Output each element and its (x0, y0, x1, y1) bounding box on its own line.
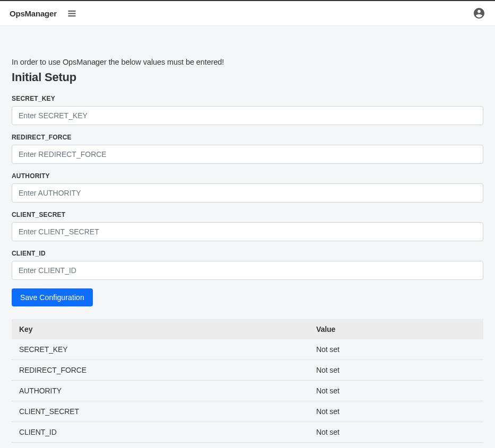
cell-value: Not set (309, 401, 483, 422)
cell-key: REDIRECT_FORCE (12, 360, 309, 381)
field-redirect-force: REDIRECT_FORCE (12, 134, 483, 164)
table-row: SECRET_KEY Not set (12, 339, 483, 360)
field-secret-key: SECRET_KEY (12, 95, 483, 125)
label-client-id: CLIENT_ID (12, 250, 483, 257)
svg-rect-0 (68, 10, 75, 11)
input-client-secret[interactable] (12, 222, 483, 241)
spacer (0, 26, 495, 58)
cell-key: SECRET_KEY (12, 339, 309, 360)
header-value: Value (309, 319, 483, 339)
input-secret-key[interactable] (12, 106, 483, 125)
config-table: Key Value SECRET_KEY Not set REDIRECT_FO… (12, 319, 483, 443)
label-redirect-force: REDIRECT_FORCE (12, 134, 483, 141)
menu-toggle-button[interactable] (67, 9, 76, 18)
table-row: CLIENT_ID Not set (12, 422, 483, 443)
hamburger-icon (67, 9, 76, 18)
cell-value: Not set (309, 360, 483, 381)
label-secret-key: SECRET_KEY (12, 95, 483, 102)
page-title: Initial Setup (12, 71, 483, 84)
intro-text: In order to use OpsManager the below val… (12, 58, 483, 66)
main-content: In order to use OpsManager the below val… (0, 58, 495, 443)
cell-key: CLIENT_SECRET (12, 401, 309, 422)
field-authority: AUTHORITY (12, 172, 483, 203)
input-client-id[interactable] (12, 261, 483, 280)
table-header-row: Key Value (12, 319, 483, 339)
cell-value: Not set (309, 381, 483, 401)
cell-key: AUTHORITY (12, 381, 309, 401)
cell-value: Not set (309, 422, 483, 443)
label-client-secret: CLIENT_SECRET (12, 211, 483, 218)
brand[interactable]: OpsManager (10, 9, 57, 18)
config-form: SECRET_KEY REDIRECT_FORCE AUTHORITY CLIE… (12, 95, 483, 306)
navbar: OpsManager (0, 1, 495, 26)
input-authority[interactable] (12, 183, 483, 203)
svg-rect-2 (68, 15, 75, 16)
label-authority: AUTHORITY (12, 172, 483, 180)
table-row: CLIENT_SECRET Not set (12, 401, 483, 422)
user-circle-icon (473, 7, 485, 20)
table-row: AUTHORITY Not set (12, 381, 483, 401)
svg-rect-1 (68, 13, 75, 14)
field-client-id: CLIENT_ID (12, 250, 483, 280)
user-menu-button[interactable] (473, 7, 485, 20)
input-redirect-force[interactable] (12, 145, 483, 164)
save-configuration-button[interactable]: Save Configuration (12, 288, 93, 306)
cell-key: CLIENT_ID (12, 422, 309, 443)
field-client-secret: CLIENT_SECRET (12, 211, 483, 241)
table-row: REDIRECT_FORCE Not set (12, 360, 483, 381)
header-key: Key (12, 319, 309, 339)
cell-value: Not set (309, 339, 483, 360)
